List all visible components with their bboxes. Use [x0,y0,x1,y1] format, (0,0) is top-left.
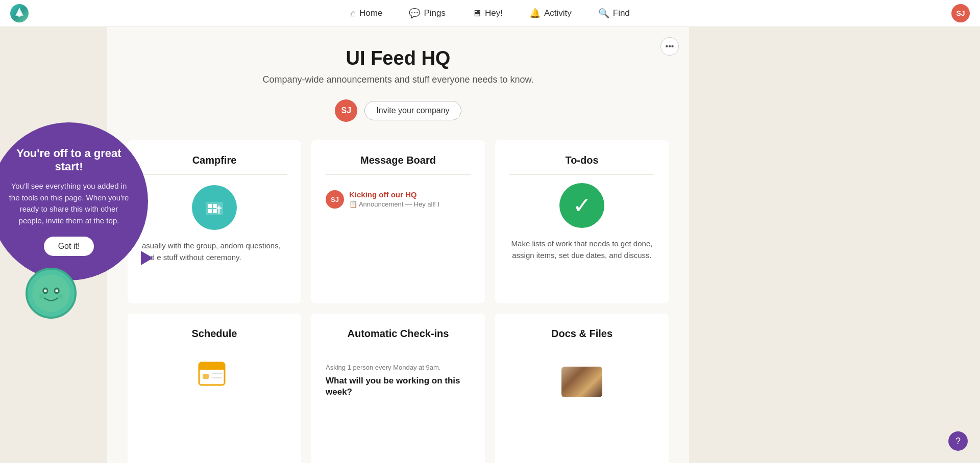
svg-rect-6 [213,209,217,213]
campfire-icon-wrap [142,185,287,230]
svg-rect-3 [208,204,212,208]
msg-title: Kicking off our HQ [349,190,439,199]
svg-point-13 [32,274,70,312]
message-board-title: Message Board [326,155,471,175]
help-button[interactable]: ? [948,431,968,451]
campfire-title: Campfire [142,155,287,175]
svg-point-18 [39,294,44,299]
svg-rect-5 [208,209,212,213]
campfire-desc: asually with the group, andom questions,… [142,240,287,263]
pings-icon: 💬 [409,8,420,19]
user-avatar-nav[interactable]: SJ [951,4,970,22]
nav-find-label: Find [613,8,630,18]
svg-rect-10 [203,374,209,379]
tooltip-bubble: You're off to a great start! You'll see … [0,122,148,280]
find-icon: 🔍 [598,8,609,19]
docs-title: Docs & Files [509,328,654,348]
tooltip-overlay: You're off to a great start! You'll see … [0,122,158,280]
nav-pings[interactable]: 💬 Pings [405,6,450,21]
nav-home[interactable]: ⌂ Home [346,6,386,21]
checkins-card[interactable]: Automatic Check-ins Asking 1 person ever… [311,314,485,463]
message-item: SJ Kicking off our HQ 📋 Announcement — H… [326,183,471,216]
svg-point-1 [17,13,21,17]
msg-content: Kicking off our HQ 📋 Announcement — Hey … [349,190,439,208]
center-panel: ••• UI Feed HQ Company-wide announcement… [107,27,689,463]
page-title: UI Feed HQ [128,47,669,69]
svg-rect-9 [199,367,225,370]
user-avatar-main: SJ [335,99,357,122]
home-icon: ⌂ [350,8,356,19]
nav-home-label: Home [359,8,382,18]
schedule-icon [197,358,232,389]
schedule-card[interactable]: Schedule [128,314,301,463]
msg-subtitle: 📋 Announcement — Hey all! I [349,200,439,208]
docs-thumbnail [561,367,602,397]
todos-title: To-dos [509,155,654,175]
svg-point-17 [55,289,58,292]
checkins-title: Automatic Check-ins [326,328,471,348]
todo-icon-wrap: ✓ [509,183,654,228]
schedule-title: Schedule [142,328,287,348]
docs-thumb-image [561,367,602,397]
nav-pings-label: Pings [424,8,446,18]
schedule-icon-wrap [142,358,287,389]
nav-find[interactable]: 🔍 Find [594,6,634,21]
invite-row: SJ Invite your company [128,99,669,122]
svg-rect-4 [213,204,217,208]
invite-button[interactable]: Invite your company [364,101,461,120]
nav-activity-label: Activity [544,8,572,18]
nav-activity[interactable]: 🔔 Activity [525,6,576,21]
msg-avatar: SJ [326,190,344,209]
todos-desc: Make lists of work that needs to get don… [509,238,654,261]
tooltip-body: You'll see everything you added in the t… [8,181,130,226]
todo-checkmark: ✓ [573,194,592,217]
checkins-asking: Asking 1 person every Monday at 9am. [326,364,471,371]
page-subtitle: Company-wide announcements and stuff eve… [128,74,669,85]
cards-grid: Campfire asually with [128,140,669,463]
campfire-icon [192,185,237,230]
tooltip-title: You're off to a great start! [8,147,130,173]
more-options-button[interactable]: ••• [660,37,679,56]
nav-hey-label: Hey! [485,8,503,18]
docs-card[interactable]: Docs & Files [495,314,669,463]
todos-card[interactable]: To-dos ✓ Make lists of work that needs t… [495,140,669,303]
nav-hey[interactable]: 🖥 Hey! [468,6,507,21]
mascot-icon [26,268,77,319]
got-it-button[interactable]: Got it! [44,237,94,256]
logo[interactable] [10,4,29,22]
message-board-card[interactable]: Message Board SJ Kicking off our HQ 📋 An… [311,140,485,303]
activity-icon: 🔔 [529,8,541,19]
svg-point-16 [44,289,47,292]
docs-thumb-wrap [509,356,654,397]
right-sidebar [689,27,980,463]
checkins-content: Asking 1 person every Monday at 9am. Wha… [326,356,471,398]
todo-icon: ✓ [559,183,604,228]
top-nav: ⌂ Home 💬 Pings 🖥 Hey! 🔔 Activity 🔍 Find … [0,0,980,27]
mascot-wrap [26,268,77,319]
hey-icon: 🖥 [472,8,481,19]
checkins-question: What will you be working on this week? [326,375,471,398]
svg-point-19 [58,294,63,299]
